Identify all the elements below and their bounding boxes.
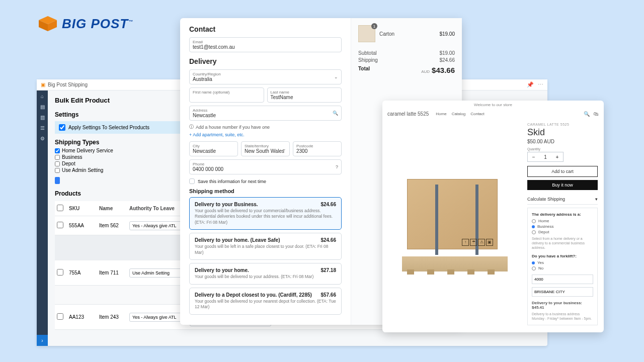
search-icon[interactable]: 🔍 [584,111,590,117]
add-apartment-link[interactable]: + Add apartment, suite, etc. [189,132,342,137]
delivery-heading: Delivery [189,57,342,65]
country-select[interactable]: Country/Region Australia ⌄ [189,69,342,84]
atl-select[interactable]: Yes - Always give ATL▾ [129,313,186,322]
row-select[interactable] [57,313,63,320]
state-select[interactable]: State/territory New South Wales ⌄ [241,141,290,156]
cart-item-price: $19.00 [439,31,455,37]
store-nav: caramel latte 5525 Home Catalog Contact … [382,109,604,119]
settings-icon[interactable]: ⚙ [40,136,45,141]
apply-label: Apply Settings To Selected Products [68,125,149,130]
apply-button[interactable] [55,177,60,184]
bigpost-logo: BIG POST™ [38,15,133,32]
postcode-input[interactable] [532,275,593,284]
archive-icon[interactable]: ☰ [40,125,45,131]
help-icon[interactable]: ? [336,164,338,169]
atl-select[interactable]: Yes - Always give ATL▾ [129,221,186,230]
qty-value: 1 [539,154,551,160]
shipping-method-option[interactable]: Delivery to a Depot closest to you. (Car… [189,288,342,315]
quantity-stepper[interactable]: − 1 + [527,152,564,162]
buy-now-button[interactable]: Buy it now [527,180,598,190]
city-input[interactable] [532,287,593,297]
cart-icon[interactable]: 🛍 [594,111,599,117]
product-title: Skid [527,127,598,138]
apply-checkbox[interactable] [59,124,65,131]
postcode-field[interactable]: Postcode 2300 [293,141,342,156]
radio-option[interactable]: No [532,266,593,270]
qty-plus[interactable]: + [551,154,563,160]
announcement-bar: Welcome to our store [382,101,604,109]
nav-catalog[interactable]: Catalog [452,112,466,116]
cube-icon: ▣ [41,82,45,87]
chevron-down-icon: ▾ [595,197,598,202]
last-name-field[interactable]: Last name TestName [267,87,342,103]
home-icon[interactable]: ⌂ [41,94,44,99]
shipping-quote: Delivery to your business: $45.41 Delive… [532,301,593,321]
address-field[interactable]: Address Newcastle 🔍 [189,106,342,121]
contact-heading: Contact [189,25,342,33]
save-checkbox[interactable] [189,178,195,184]
col-name[interactable]: Name [97,203,127,214]
radio-option[interactable]: Home [532,219,593,223]
col-sku[interactable]: SKU [67,203,97,214]
more-icon[interactable]: ⋯ [538,81,543,88]
nav-home[interactable]: Home [436,112,446,116]
cart-item-name: Carton [379,31,394,37]
address-hint: ⓘAdd a house number if you have one [189,124,342,130]
nav-contact[interactable]: Contact [470,112,485,116]
row-select[interactable] [57,222,63,228]
radio-option[interactable]: Depot [532,230,593,234]
shipping-method-heading: Shipping method [189,188,342,194]
box-icon [38,15,58,32]
radio-option[interactable]: Business [532,224,593,229]
phone-field[interactable]: Phone 0400 000 000 ? [189,159,342,174]
radio-option[interactable]: Yes [532,260,593,265]
quantity-label: Quantity [527,147,598,151]
city-field[interactable]: City Newcastle [189,141,238,156]
app-name: Big Post Shipping [48,82,88,87]
email-field[interactable]: Email test1@test.com.au [189,37,342,52]
first-name-field[interactable]: First name (optional) [189,87,264,103]
product-price: $50.00 AUD [527,139,598,144]
breadcrumb: CARAMEL LATTE 5525 [527,123,598,126]
shipping-method-option[interactable]: Delivery to your Business. Your goods wi… [189,197,342,230]
calc-shipping-panel: The delivery address is a: HomeBusinessD… [527,208,598,325]
shipping-method-option[interactable]: Delivery to your home. (Leave Safe) Your… [189,233,342,260]
order-total: $43.66 [432,66,455,74]
logo-text: BIG POST [62,16,128,31]
orders-icon[interactable]: ▤ [40,104,45,110]
chevron-down-icon: ⌄ [334,74,338,79]
shipping-method-option[interactable]: Delivery to your home. Your goods will b… [189,263,342,284]
store-brand[interactable]: caramel latte 5525 [387,111,429,117]
pin-icon[interactable]: 📌 [527,81,534,88]
calc-shipping-toggle[interactable]: Calculate Shipping▾ [527,194,598,205]
cart-item-thumb [358,25,375,42]
products-icon[interactable]: ▥ [40,115,45,120]
chevron-down-icon: ⌄ [282,146,286,151]
qty-minus[interactable]: − [528,154,539,160]
save-info-row[interactable]: Save this information for next time [189,178,342,184]
expand-icon[interactable]: › [37,335,48,346]
atl-select[interactable]: Use Admin Setting▾ [129,268,186,278]
select-all[interactable] [57,205,63,211]
col-atl[interactable]: Authority To Leave [127,203,188,214]
row-select[interactable] [57,269,63,276]
product-image: ↑☂⚠▣ [388,123,521,325]
search-icon[interactable]: 🔍 [333,111,338,116]
storefront-card: Welcome to our store caramel latte 5525 … [382,101,604,332]
side-nav: ⌂ ▤ ▥ ☰ ⚙ › [37,90,48,346]
add-to-cart-button[interactable]: Add to cart [527,166,598,177]
